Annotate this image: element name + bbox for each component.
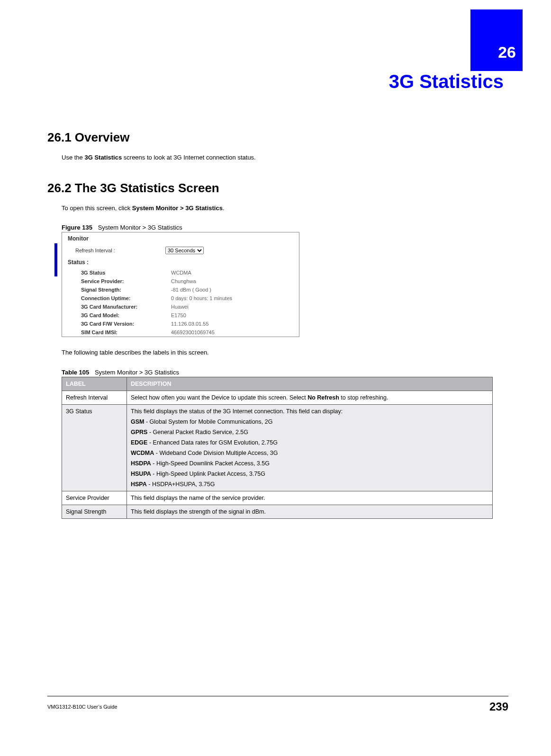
table-intro-text: The following table describes the labels… xyxy=(62,348,508,357)
status-label: Signal Strength: xyxy=(81,287,171,293)
status-value: 466923001069745 xyxy=(171,329,289,335)
status-row: Service Provider:Chunghwa xyxy=(62,277,299,285)
figure-label: Figure 135 xyxy=(62,224,92,231)
cell-description: This field displays the status of the 3G… xyxy=(127,404,493,491)
table-body: Refresh IntervalSelect how often you wan… xyxy=(62,391,493,518)
status-value: Chunghwa xyxy=(171,278,289,284)
section-heading-overview: 26.1 Overview xyxy=(47,130,508,145)
refresh-value-wrap: 30 Seconds xyxy=(165,247,289,254)
refresh-row: Refresh Interval : 30 Seconds xyxy=(62,245,299,256)
cell-description: Select how often you want the Device to … xyxy=(127,391,493,404)
status-value: 0 days: 0 hours: 1 minutes xyxy=(171,295,289,301)
status-label: 3G Card Manufacturer: xyxy=(81,304,171,310)
cell-label: Signal Strength xyxy=(62,505,127,518)
status-label: Connection Uptime: xyxy=(81,295,171,301)
table-label: Table 105 xyxy=(62,369,89,376)
status-label: 3G Card F/W Version: xyxy=(81,321,171,327)
cell-label: 3G Status xyxy=(62,404,127,491)
table-caption-text: System Monitor > 3G Statistics xyxy=(95,369,179,376)
text-suffix: screens to look at 3G Internet connectio… xyxy=(122,154,256,161)
chapter-number-tab: 26 xyxy=(470,9,523,71)
refresh-interval-select[interactable]: 30 Seconds xyxy=(165,247,204,254)
cell-description: This field displays the strength of the … xyxy=(127,505,493,518)
status-row: Connection Uptime:0 days: 0 hours: 1 min… xyxy=(62,294,299,302)
status-label: 3G Status xyxy=(81,270,171,276)
status-row: 3G Card Manufacturer:Huawei xyxy=(62,302,299,311)
overview-text: Use the 3G Statistics screens to look at… xyxy=(62,153,508,162)
status-label: SIM Card IMSI: xyxy=(81,329,171,335)
table-row: Signal StrengthThis field displays the s… xyxy=(62,505,493,518)
figure-caption: Figure 135 System Monitor > 3G Statistic… xyxy=(62,224,508,231)
page: 26 3G Statistics 26.1 Overview Use the 3… xyxy=(0,0,551,728)
chapter-number: 26 xyxy=(498,43,516,62)
figure-caption-text: System Monitor > 3G Statistics xyxy=(98,224,182,231)
cell-label: Service Provider xyxy=(62,491,127,505)
status-value: WCDMA xyxy=(171,270,289,276)
screen-open-text: To open this screen, click System Monito… xyxy=(62,204,508,213)
section-heading-screen: 26.2 The 3G Statistics Screen xyxy=(47,181,508,196)
chapter-title: 3G Statistics xyxy=(47,71,508,92)
status-label: Service Provider: xyxy=(81,278,171,284)
text-prefix: Use the xyxy=(62,154,84,161)
text-prefix: To open this screen, click xyxy=(62,205,132,212)
th-description: DESCRIPTION xyxy=(127,377,493,391)
screenshot-panel: Monitor Refresh Interval : 30 Seconds St… xyxy=(62,232,299,337)
table-row: 3G StatusThis field displays the status … xyxy=(62,404,493,491)
text-suffix: . xyxy=(223,205,225,212)
table-row: Refresh IntervalSelect how often you wan… xyxy=(62,391,493,404)
config-table: LABEL DESCRIPTION Refresh IntervalSelect… xyxy=(62,377,493,519)
table-caption: Table 105 System Monitor > 3G Statistics xyxy=(62,369,508,376)
status-value: -81 dBm ( Good ) xyxy=(171,287,289,293)
status-row: 3G Card Model:E1750 xyxy=(62,311,299,320)
status-value: Huawei xyxy=(171,304,289,310)
cell-description: This field displays the name of the serv… xyxy=(127,491,493,505)
text-bold: System Monitor > 3G Statistics xyxy=(132,205,223,212)
th-label: LABEL xyxy=(62,377,127,391)
cell-label: Refresh Interval xyxy=(62,391,127,404)
status-row: 3G Card F/W Version:11.126.03.01.55 xyxy=(62,320,299,328)
footer-guide: VMG1312-B10C User’s Guide xyxy=(47,704,117,710)
status-value: 11.126.03.01.55 xyxy=(171,321,289,327)
text-bold: 3G Statistics xyxy=(84,154,122,161)
refresh-label: Refresh Interval : xyxy=(75,248,165,253)
table-row: Service ProviderThis field displays the … xyxy=(62,491,493,505)
status-row: Signal Strength:-81 dBm ( Good ) xyxy=(62,285,299,294)
status-row: 3G StatusWCDMA xyxy=(62,268,299,277)
status-heading: Status : xyxy=(62,256,299,268)
status-value: E1750 xyxy=(171,312,289,318)
monitor-heading: Monitor xyxy=(62,232,299,245)
table-header-row: LABEL DESCRIPTION xyxy=(62,377,493,391)
footer-page-number: 239 xyxy=(489,700,508,713)
status-rows: 3G StatusWCDMAService Provider:ChunghwaS… xyxy=(62,268,299,337)
status-label: 3G Card Model: xyxy=(81,312,171,318)
page-footer: VMG1312-B10C User’s Guide 239 xyxy=(47,696,508,713)
sidebar-accent xyxy=(54,243,57,276)
status-row: SIM Card IMSI:466923001069745 xyxy=(62,328,299,337)
